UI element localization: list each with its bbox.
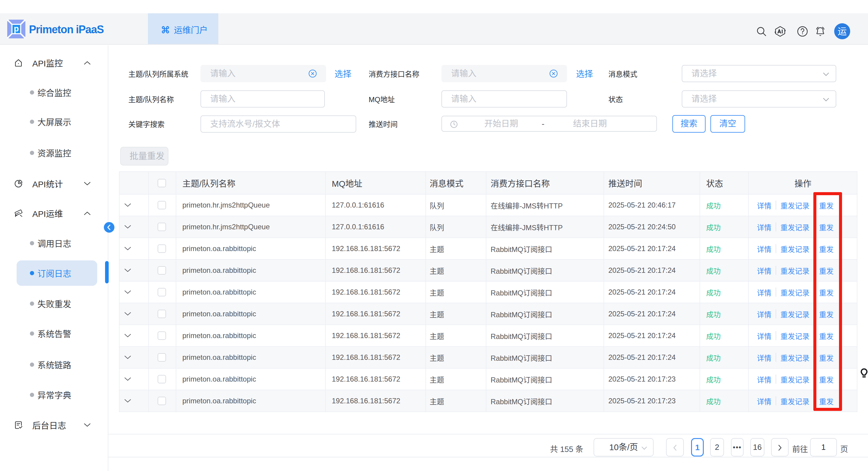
svg-text:p: p (14, 24, 19, 33)
